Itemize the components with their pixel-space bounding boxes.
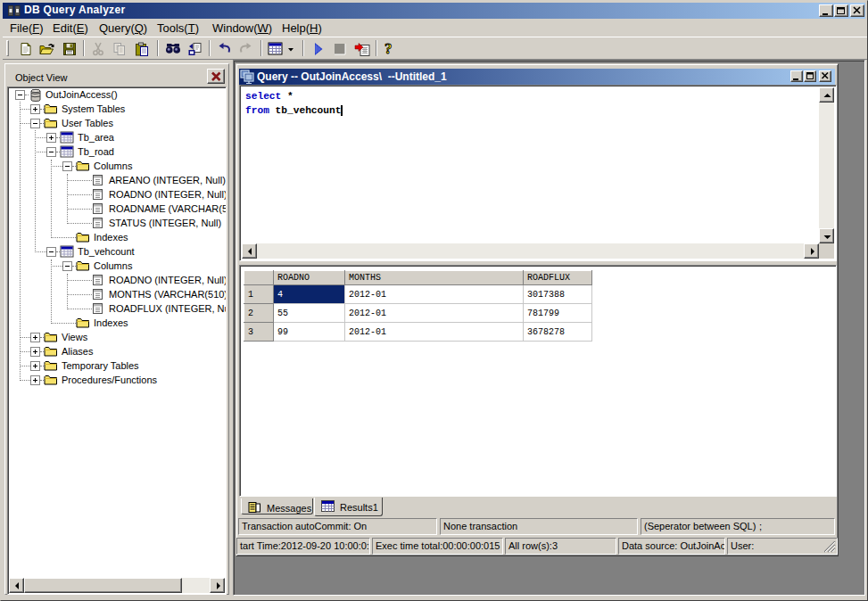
svg-text:?: ? (384, 42, 393, 57)
